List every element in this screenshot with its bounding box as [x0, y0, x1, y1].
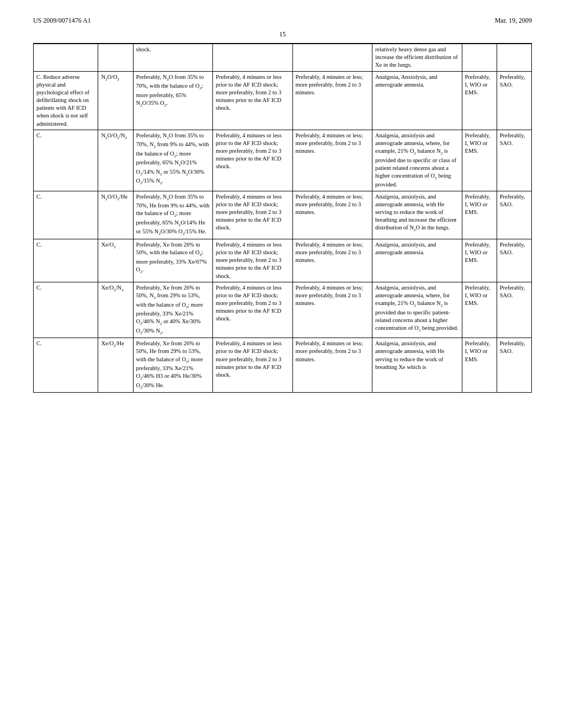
intro-col2 [98, 44, 133, 71]
row3-col2: Xe/O2 [98, 239, 133, 282]
row3-col1: C. [34, 239, 98, 282]
table-row: C. Xe/O2/N2 Preferably, Xe from 26% to 5… [34, 282, 532, 338]
row4-col6: Analgesia, anxiolysis, and anterograde a… [372, 282, 462, 338]
row4-col8: Preferably, SAO. [497, 282, 531, 338]
intro-col3: shock. [133, 44, 212, 71]
row2-col2: N2O/O2/He [98, 191, 133, 239]
patent-number: US 2009/0071476 A1 [33, 17, 91, 25]
row1-col4: Preferably, 4 minutes or less prior to t… [213, 130, 292, 191]
row5-col2: Xe/O2/He [98, 338, 133, 393]
row5-col1: C. [34, 338, 98, 393]
row2-col1: C. [34, 191, 98, 239]
intro-col5 [292, 44, 372, 71]
row5-col4: Preferably, 4 minutes or less prior to t… [213, 338, 292, 393]
row2-col8: Preferably, SAO. [497, 191, 531, 239]
row5-col7: Preferably, I, WIO or EMS. [462, 338, 497, 393]
row1-col7: Preferably, I, WIO or EMS. [462, 130, 497, 191]
row1-col6: Analgesia, anxiolysis and anterograde am… [372, 130, 462, 191]
row0-col6: Analgesia, Anxiolysis, and anterograde a… [372, 71, 462, 130]
row2-col5: Preferably, 4 minutes or less; more pref… [292, 191, 372, 239]
table-row: C. Reduce adverse physical and psycholog… [34, 71, 532, 130]
row3-col5: Preferably, 4 minutes or less; more pref… [292, 239, 372, 282]
row5-col6: Analgesia, anxiolysis, and anterograde a… [372, 338, 462, 393]
row0-col2: N2O/O2 [98, 71, 133, 130]
row2-col3: Preferably, N2O from 35% to 70%, He from… [133, 191, 212, 239]
row0-col5: Preferably, 4 minutes or less; more pref… [292, 71, 372, 130]
row3-col7: Preferably, I, WIO or EMS. [462, 239, 497, 282]
row2-col4: Preferably, 4 minutes or less prior to t… [213, 191, 292, 239]
table-row: C. Xe/O2/He Preferably, Xe from 26% to 5… [34, 338, 532, 393]
row5-col3: Preferably, Xe from 26% to 50%, He from … [133, 338, 212, 393]
row1-col2: N2O/O2/N2 [98, 130, 133, 191]
table-row-intro: shock. relatively heavy dense gas and in… [34, 44, 532, 71]
row0-col7: Preferably, I, WIO or EMS. [462, 71, 497, 130]
row5-col8: Preferably, SAO. [497, 338, 531, 393]
intro-col4 [213, 44, 292, 71]
intro-col7 [462, 44, 497, 71]
row1-col1: C. [34, 130, 98, 191]
row0-col4: Preferably, 4 minutes or less prior to t… [213, 71, 292, 130]
intro-col1 [34, 44, 98, 71]
row1-col3: Preferably, N2O from 35% to 70%, N2 from… [133, 130, 212, 191]
row1-col5: Preferably, 4 minutes or less; more pref… [292, 130, 372, 191]
row4-col5: Preferably, 4 minutes or less; more pref… [292, 282, 372, 338]
row4-col7: Preferably, I, WIO or EMS. [462, 282, 497, 338]
row2-col7: Preferably, I, WIO or EMS. [462, 191, 497, 239]
row0-col3: Preferably, N2O from 35% to 70%, with th… [133, 71, 212, 130]
row0-col8: Preferably, SAO. [497, 71, 531, 130]
row3-col4: Preferably, 4 minutes or less prior to t… [213, 239, 292, 282]
row4-col4: Preferably, 4 minutes or less prior to t… [213, 282, 292, 338]
row4-col2: Xe/O2/N2 [98, 282, 133, 338]
row4-col3: Preferably, Xe from 26% to 50%, N2 from … [133, 282, 212, 338]
row4-col1: C. [34, 282, 98, 338]
page-number: 15 [279, 30, 286, 38]
row5-col5: Preferably, 4 minutes or less; more pref… [292, 338, 372, 393]
intro-col8 [497, 44, 531, 71]
page-date: Mar. 19, 2009 [495, 17, 532, 25]
table-row: C. N2O/O2/He Preferably, N2O from 35% to… [34, 191, 532, 239]
main-table: shock. relatively heavy dense gas and in… [33, 43, 532, 393]
row0-col1: C. Reduce adverse physical and psycholog… [34, 71, 98, 130]
intro-col6: relatively heavy dense gas and increase … [372, 44, 462, 71]
row2-col6: Analgesia, anxiolysis, and anterograde a… [372, 191, 462, 239]
table-row: C. Xe/O2 Preferably, Xe from 26% to 50%,… [34, 239, 532, 282]
row1-col8: Preferably, SAO. [497, 130, 531, 191]
table-row: C. N2O/O2/N2 Preferably, N2O from 35% to… [34, 130, 532, 191]
row3-col6: Analgesia, anxiolysis, and anterograde a… [372, 239, 462, 282]
row3-col3: Preferably, Xe from 26% to 50%, with the… [133, 239, 212, 282]
row3-col8: Preferably, SAO. [497, 239, 531, 282]
